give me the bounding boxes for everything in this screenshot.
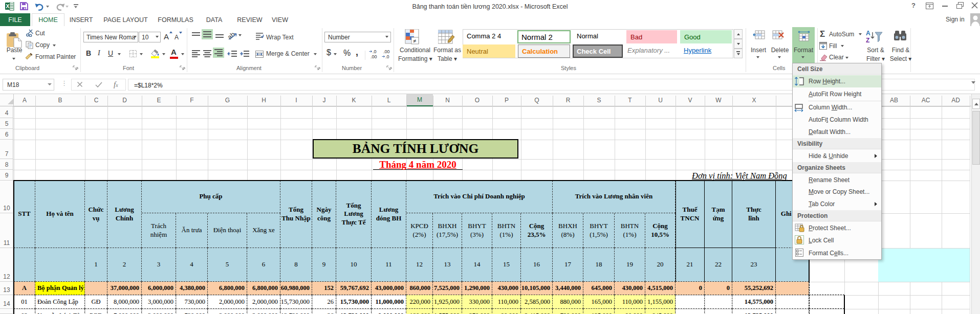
- svg-text:.0: .0: [385, 54, 389, 59]
- svg-text:A: A: [866, 30, 870, 37]
- svg-text:Z: Z: [866, 37, 869, 44]
- svg-text:.00: .00: [371, 54, 377, 59]
- svg-text:.0: .0: [373, 49, 377, 54]
- svg-text:.00: .00: [383, 49, 390, 54]
- svg-text:ab: ab: [227, 30, 236, 41]
- svg-text:≠: ≠: [413, 38, 416, 44]
- svg-text:X: X: [6, 3, 10, 9]
